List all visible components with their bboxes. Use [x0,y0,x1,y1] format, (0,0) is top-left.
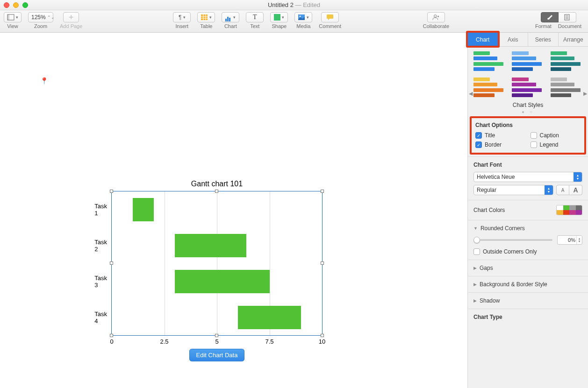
zoom-dropdown[interactable]: 125%⌃⌄ [28,12,53,22]
gantt-bar-task-2[interactable] [175,234,246,257]
gantt-bar-task-3[interactable] [175,270,270,293]
window-title: Untitled 2 — Edited [0,1,588,8]
check-icon: ✓ [475,141,482,148]
rounded-corners-slider[interactable] [473,239,552,241]
tab-arrange[interactable]: Arrange [559,33,588,46]
document-inspector-button[interactable] [559,12,576,22]
background-disclosure[interactable]: Background & Border Style [473,281,582,288]
rounded-corners-disclosure[interactable]: Rounded Corners [473,225,582,232]
chart-style-4[interactable] [473,77,503,98]
x-axis-label: 2.5 [160,338,168,345]
gantt-bar-task-4[interactable] [238,306,301,329]
checkbox-title[interactable]: ✓Title [475,132,526,139]
resize-handle[interactable] [321,190,324,193]
chart-style-6[interactable] [551,77,581,98]
chart-style-5[interactable] [512,77,542,98]
chart-styles-label: Chart Styles [468,102,588,108]
x-axis-label: 0 [110,338,113,345]
chart-style-2[interactable] [512,50,542,72]
font-larger-button[interactable]: A [569,185,582,195]
main-toolbar: ▾ View 125%⌃⌄ Zoom + Add Page ¶▾ Insert … [0,10,588,33]
gaps-disclosure[interactable]: Gaps [473,265,582,271]
svg-rect-2 [201,14,208,20]
styles-prev-arrow[interactable]: ◀ [469,91,473,97]
rounded-corners-value[interactable]: 0%▲▼ [557,235,582,245]
styles-next-arrow[interactable]: ▶ [583,91,587,97]
dropdown-arrows-icon: ▲▼ [574,172,582,182]
font-weight-select[interactable]: Regular ▲▼ [473,185,553,195]
chart-title[interactable]: Gantt chart 101 [111,180,323,188]
y-axis-label: Task 1 [94,203,107,217]
document-title: Untitled 2 [268,1,294,8]
window-titlebar: Untitled 2 — Edited [0,0,588,10]
media-button[interactable]: ▾ [294,12,312,22]
view-button[interactable]: ▾ [4,12,22,22]
chart-colors-picker[interactable] [556,205,582,215]
document-label: Document [558,23,581,29]
chart-label: Chart [224,23,237,29]
y-axis-label: Task 4 [94,310,107,325]
annotation-highlight-options: Chart Options ✓Title Caption ✓Border Leg… [470,116,586,155]
svg-rect-9 [327,14,333,19]
resize-handle[interactable] [110,334,113,337]
view-label: View [7,23,18,29]
person-add-icon [432,14,440,21]
format-inspector-button[interactable] [541,12,559,22]
checkbox-border[interactable]: ✓Border [475,141,526,148]
add-page-label: Add Page [60,23,82,29]
brush-icon [546,14,553,21]
resize-handle[interactable] [321,334,324,337]
picture-icon [298,14,305,21]
add-page-button[interactable]: + [63,12,79,22]
collaborate-button[interactable] [427,12,445,22]
chart-style-3[interactable] [551,50,581,72]
gantt-bar-task-1[interactable] [133,198,154,221]
gridline [165,191,165,335]
insert-label: Insert [176,23,189,29]
insert-button[interactable]: ¶▾ [173,12,191,22]
media-label: Media [296,23,310,29]
comment-label: Comment [319,23,341,29]
y-axis-label: Task 3 [94,275,107,289]
checkbox-outside-corners[interactable]: Outside Corners Only [473,248,582,255]
check-icon: ✓ [475,132,482,139]
dropdown-arrows-icon: ▲▼ [545,185,553,195]
tab-axis[interactable]: Axis [498,33,529,46]
resize-handle[interactable] [110,261,113,265]
format-inspector: Chart Axis Series Arrange ◀ ▶ Chart Styl… [467,33,588,388]
edit-chart-data-button[interactable]: Edit Chart Data [189,349,245,361]
shape-button[interactable]: ▾ [270,12,288,22]
inspector-tabs: Chart Axis Series Arrange [468,33,588,47]
font-family-select[interactable]: Helvetica Neue ▲▼ [473,172,582,182]
document-canvas[interactable]: 📍 Gantt chart 101 Task 1 Task 2 [0,33,467,388]
checkbox-legend[interactable]: Legend [531,141,581,148]
chart-plot-area[interactable]: Task 1 Task 2 Task 3 Task 4 0 2.5 5 7.5 … [111,191,323,336]
chart-style-1[interactable] [473,50,503,72]
text-label: Text [250,23,259,29]
stepper-icon[interactable]: ▲▼ [576,236,582,244]
chart-button[interactable]: ▾ [222,12,239,22]
tab-series[interactable]: Series [528,33,559,46]
shadow-disclosure[interactable]: Shadow [473,297,582,304]
x-axis-label: 7.5 [265,338,273,345]
shape-label: Shape [272,23,287,29]
page-pin-icon: 📍 [40,77,48,85]
svg-rect-1 [7,14,9,20]
resize-handle[interactable] [321,261,324,265]
format-label: Format [535,23,552,29]
table-button[interactable]: ▾ [197,12,215,22]
checkbox-caption[interactable]: Caption [531,132,581,139]
resize-handle[interactable] [110,190,113,193]
svg-point-10 [434,15,436,17]
table-label: Table [200,23,212,29]
x-axis-label: 5 [215,338,218,345]
text-button[interactable]: T [246,12,264,22]
gantt-chart-object[interactable]: Gantt chart 101 Task 1 Task 2 Task 3 [111,180,323,361]
slider-knob[interactable] [473,237,480,243]
bar-chart-icon [225,15,232,20]
tab-chart[interactable]: Chart [468,33,498,46]
gridline [217,191,217,335]
chart-colors-heading: Chart Colors [473,207,505,213]
comment-button[interactable] [321,12,339,22]
font-smaller-button[interactable]: A [556,185,569,195]
